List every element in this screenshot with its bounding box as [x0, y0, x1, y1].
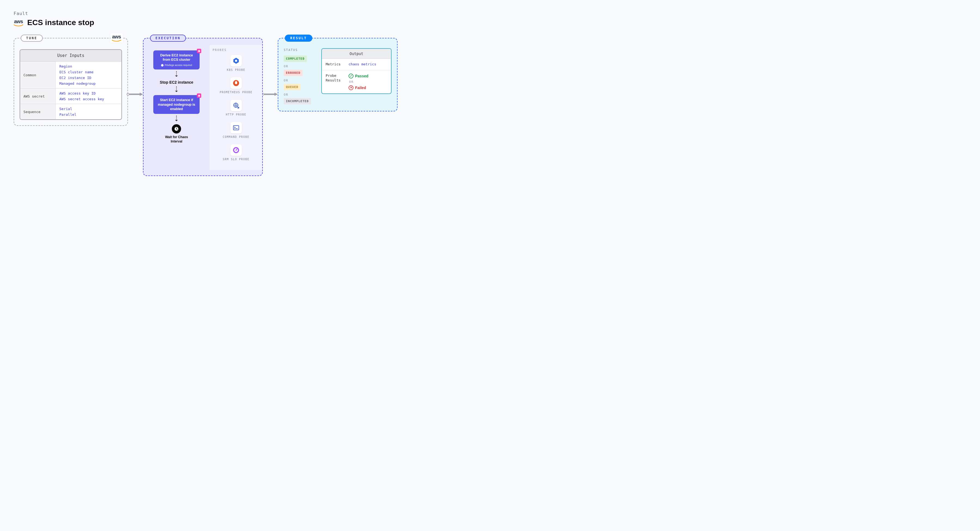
probes-column: PROBES K8S PROBE PROMETHEUS PROBE HTTP P…: [210, 45, 262, 170]
diagram-container: TUNE aws User Inputs Common Region ECS c…: [14, 38, 966, 176]
status-completed: COMPLETED: [284, 56, 307, 62]
connector-arrow: [128, 92, 143, 96]
gear-icon: ✱: [197, 49, 201, 53]
execution-panel: EXECUTION ✱ Derive EC2 instance from ECS…: [143, 38, 263, 176]
output-title: Output: [322, 49, 391, 59]
page-header: Fault aws ECS instance stop: [14, 11, 966, 27]
probe-result-passed: ✓ Passed: [348, 73, 368, 78]
probe-command: COMMAND PROBE: [213, 122, 259, 139]
kubernetes-icon: [231, 55, 242, 67]
prometheus-icon: [231, 77, 242, 89]
status-column: STATUS COMPLETED OR ERRORED OR QUEUED OR…: [284, 48, 317, 105]
status-title: STATUS: [284, 48, 317, 52]
probe-k8s: K8S PROBE: [213, 55, 259, 72]
output-card: Output Metrics chaos metrics Probe Resul…: [321, 48, 391, 94]
execution-label: EXECUTION: [150, 35, 186, 42]
arrow-down-icon: [176, 86, 177, 94]
user-inputs-card: User Inputs Common Region ECS cluster na…: [20, 49, 122, 120]
output-row-probe-results: Probe Results ✓ Passed OR ✕ Failed: [322, 70, 391, 94]
user-inputs-title: User Inputs: [20, 50, 121, 62]
status-errored: ERRORED: [284, 70, 302, 76]
output-row-metrics: Metrics chaos metrics: [322, 59, 391, 70]
gear-icon: ✱: [197, 94, 201, 98]
x-icon: ✕: [348, 85, 353, 90]
step-wait: Wait for Chaos Interval: [161, 135, 191, 144]
result-panel: RESULT STATUS COMPLETED OR ERRORED OR QU…: [278, 38, 398, 112]
fault-label: Fault: [14, 11, 966, 16]
lock-icon: ⬤: [161, 64, 164, 67]
connector-arrow: [263, 92, 278, 96]
probe-result-failed: ✕ Failed: [348, 85, 368, 90]
svg-rect-6: [233, 126, 239, 130]
gauge-icon: [231, 144, 242, 156]
arrow-down-icon: [176, 115, 177, 123]
status-queued: QUEUED: [284, 84, 301, 90]
probe-srm: SRM SLO PROBE: [213, 144, 259, 161]
input-row: AWS secret AWS access key ID AWS secret …: [20, 89, 121, 104]
input-row: Common Region ECS cluster name EC2 insta…: [20, 62, 121, 89]
step-derive: ✱ Derive EC2 instance from ECS cluster ⬤…: [153, 50, 200, 70]
execution-flow: ✱ Derive EC2 instance from ECS cluster ⬤…: [143, 45, 210, 170]
page-title: ECS instance stop: [27, 18, 94, 27]
probe-prometheus: PROMETHEUS PROBE: [213, 77, 259, 94]
probes-title: PROBES: [213, 48, 259, 52]
probe-http: HTTP PROBE: [213, 100, 259, 116]
terminal-icon: [231, 122, 242, 134]
status-incompleted: INCOMPLETED: [284, 98, 311, 104]
clock-icon: [172, 124, 181, 134]
tune-label: TUNE: [21, 35, 43, 42]
globe-icon: [231, 100, 242, 111]
aws-icon: aws: [111, 33, 123, 43]
step-start: ✱ Start EC2 instance if managed nodegrou…: [153, 95, 200, 114]
svg-point-9: [235, 150, 237, 151]
chaos-metrics-link[interactable]: chaos metrics: [348, 62, 376, 66]
result-label: RESULT: [285, 35, 312, 42]
arrow-down-icon: [176, 71, 177, 78]
check-icon: ✓: [348, 73, 353, 78]
tune-panel: TUNE aws User Inputs Common Region ECS c…: [14, 38, 128, 126]
input-row: Sequence Serial Parallel: [20, 104, 121, 119]
svg-point-3: [235, 60, 237, 62]
step-stop: Stop EC2 instance: [159, 80, 194, 85]
aws-icon: aws: [14, 19, 24, 27]
